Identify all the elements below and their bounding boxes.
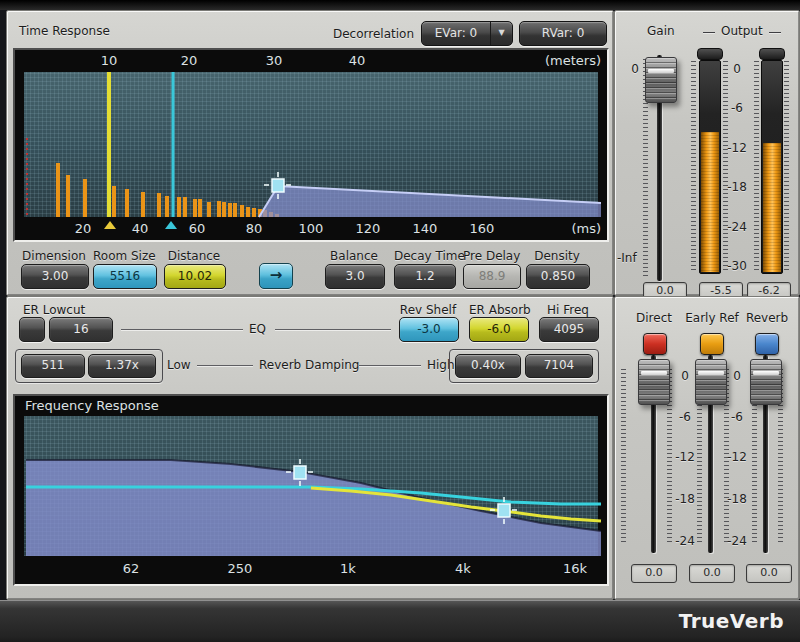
er-lowcut-value[interactable]: 16	[49, 317, 113, 342]
freq-graph-title: Frequency Response	[25, 398, 159, 413]
dropdown-arrow-icon[interactable]: ▼	[490, 22, 512, 45]
direct-fader-handle[interactable]	[638, 359, 670, 405]
meter-tick-strip	[691, 61, 696, 271]
svg-text:16k: 16k	[563, 561, 588, 576]
low-damping-freq[interactable]: 511	[21, 354, 85, 378]
decay-time-value[interactable]: 1.2	[394, 264, 456, 289]
svg-text:80: 80	[246, 221, 263, 236]
er-lowcut-toggle[interactable]	[19, 317, 45, 342]
mixer-tick-strip	[621, 369, 626, 545]
room-size-value[interactable]: 5516	[93, 264, 157, 289]
svg-text:160: 160	[470, 221, 495, 236]
window-top-edge	[0, 0, 800, 10]
meter-fill-right	[763, 143, 781, 272]
early-ref-mute-button[interactable]	[700, 333, 724, 355]
svg-text:(ms): (ms)	[571, 221, 601, 236]
mixer-scale-18: -18	[673, 492, 697, 506]
output-scale-18: -18	[723, 180, 751, 194]
damping-divider-line	[359, 365, 421, 366]
hi-freq-value[interactable]: 4095	[539, 317, 599, 342]
eq-frequency-section: ER Lowcut 16 EQ Rev Shelf -3.0 ER Absorb…	[6, 296, 614, 600]
svg-text:10: 10	[101, 53, 118, 68]
decorrelation-label: Decorrelation	[333, 27, 414, 41]
svg-text:62: 62	[123, 561, 140, 576]
frequency-response-svg: Frequency Response 62 250 1	[15, 396, 607, 584]
footer-bar: TrueVerb	[0, 600, 800, 642]
eq-label: EQ	[249, 322, 266, 336]
direct-label: Direct	[627, 311, 681, 325]
early-ref-fader-handle[interactable]	[695, 359, 727, 405]
output-scale-6: -6	[723, 101, 751, 115]
svg-text:40: 40	[349, 53, 366, 68]
direct-value-display[interactable]: 0.0	[631, 564, 677, 583]
svg-text:1k: 1k	[340, 561, 356, 576]
svg-text:20: 20	[75, 221, 92, 236]
svg-text:60: 60	[189, 221, 206, 236]
evar-dropdown[interactable]: EVar: 0 ▼	[421, 21, 513, 46]
rev-shelf-value[interactable]: -3.0	[399, 317, 459, 342]
eq-divider-line	[275, 329, 391, 330]
frequency-response-graph[interactable]: Frequency Response 62 250 1	[13, 394, 609, 586]
distance-label: Distance	[164, 249, 224, 263]
density-label: Density	[526, 249, 588, 263]
reverb-fader-handle[interactable]	[750, 359, 782, 405]
direct-mute-button[interactable]	[643, 333, 667, 355]
output-meter-right	[761, 60, 783, 274]
output-dash	[769, 32, 781, 33]
gain-inf-label: -Inf	[617, 251, 637, 265]
output-scale-0: 0	[723, 62, 751, 76]
mixer-section: Direct Early Ref Reverb 0 -6 -12 -18 -24…	[614, 296, 800, 600]
low-label: Low	[167, 358, 191, 372]
early-ref-label: Early Ref	[681, 311, 743, 325]
output-scale-30: -30	[723, 259, 751, 273]
dimension-value[interactable]: 3.00	[21, 264, 89, 289]
output-label: Output	[721, 24, 763, 38]
gain-output-section: Gain Output 0 -Inf 0 -6 -12 -18 -24 -30 …	[614, 10, 800, 296]
high-damping-freq[interactable]: 7104	[525, 354, 593, 378]
svg-text:250: 250	[228, 561, 253, 576]
brand-logo: TrueVerb	[679, 601, 784, 641]
mixer-scale-24: -24	[725, 534, 749, 548]
gain-zero-label: 0	[623, 62, 639, 76]
output-dash	[703, 32, 715, 33]
copy-arrow-button[interactable]: →	[259, 263, 293, 289]
time-response-section: Time Response Decorrelation EVar: 0 ▼ RV…	[6, 10, 614, 296]
output-meter-left	[699, 60, 721, 274]
svg-text:(meters): (meters)	[545, 53, 601, 68]
reverb-value-display[interactable]: 0.0	[746, 564, 792, 583]
reverb-label: Reverb	[739, 311, 795, 325]
early-ref-value-display[interactable]: 0.0	[689, 564, 735, 583]
time-response-svg: 10 20 30 40 (meters) 20 40 60 80 100 120…	[15, 50, 607, 240]
density-value[interactable]: 0.850	[526, 264, 590, 289]
er-absorb-value[interactable]: -6.0	[469, 317, 529, 342]
er-absorb-label: ER Absorb	[469, 303, 527, 317]
mixer-scale-18: -18	[725, 492, 749, 506]
hi-freq-label: Hi Freq	[539, 303, 597, 317]
gain-fader-handle[interactable]	[645, 57, 677, 103]
mixer-scale-6: -6	[673, 410, 697, 424]
output-scale-12: -12	[723, 141, 751, 155]
rev-shelf-label: Rev Shelf	[399, 303, 457, 317]
distance-value[interactable]: 10.02	[164, 264, 226, 289]
rvar-value[interactable]: RVar: 0	[520, 22, 606, 45]
low-damping-ratio[interactable]: 1.37x	[88, 354, 156, 378]
high-damping-ratio[interactable]: 0.40x	[455, 354, 521, 378]
pre-delay-value[interactable]: 88.9	[463, 264, 521, 289]
balance-value[interactable]: 3.0	[325, 264, 385, 289]
clip-led-left[interactable]	[697, 48, 723, 60]
gain-label: Gain	[647, 24, 675, 38]
trueverb-plugin-window: Time Response Decorrelation EVar: 0 ▼ RV…	[0, 0, 800, 642]
evar-value[interactable]: EVar: 0	[422, 22, 490, 45]
meter-tick-strip	[723, 61, 728, 271]
mixer-scale-24: -24	[673, 534, 697, 548]
svg-text:140: 140	[413, 221, 438, 236]
dimension-label: Dimension	[21, 249, 87, 263]
svg-text:100: 100	[299, 221, 324, 236]
time-response-graph[interactable]: 10 20 30 40 (meters) 20 40 60 80 100 120…	[13, 48, 609, 242]
clip-led-right[interactable]	[759, 48, 785, 60]
svg-text:120: 120	[356, 221, 381, 236]
meter-fill-left	[701, 132, 719, 272]
reverb-mute-button[interactable]	[755, 333, 779, 355]
rvar-button[interactable]: RVar: 0	[519, 21, 607, 46]
pre-delay-label: Pre Delay	[463, 249, 519, 263]
